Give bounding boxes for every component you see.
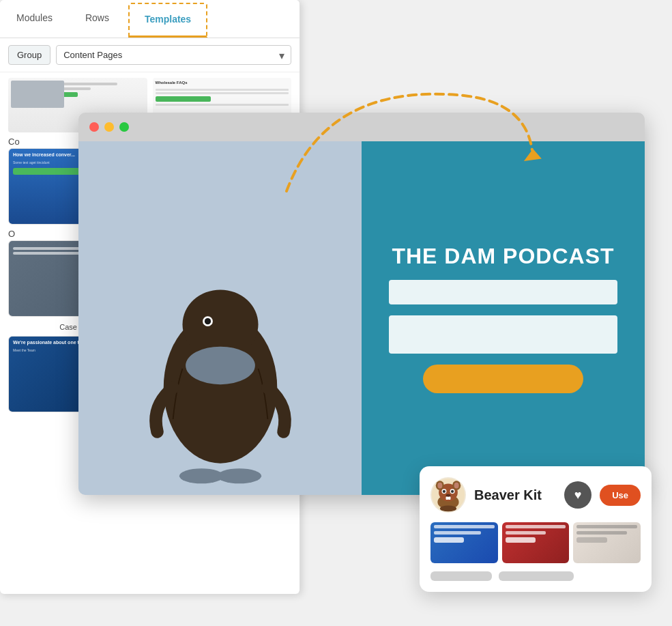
svg-point-17 xyxy=(443,490,445,493)
svg-rect-20 xyxy=(446,497,448,500)
svg-point-22 xyxy=(440,506,456,512)
svg-point-13 xyxy=(437,483,442,489)
podcast-submit-button[interactable] xyxy=(423,365,583,393)
content-pages-select-wrap: Content Pages Landing Pages Agency Portf… xyxy=(56,45,291,65)
group-button[interactable]: Group xyxy=(8,45,50,65)
beaver-avatar xyxy=(430,477,466,513)
beaver-kit-footer xyxy=(430,571,641,581)
tab-rows[interactable]: Rows xyxy=(69,0,126,38)
tab-templates[interactable]: Templates xyxy=(128,3,207,38)
use-button[interactable]: Use xyxy=(600,485,641,506)
browser-window: THE DAM PODCAST xyxy=(78,113,645,495)
group-row: Group Content Pages Landing Pages Agency… xyxy=(0,38,300,72)
template-group-select[interactable]: Content Pages Landing Pages Agency Portf… xyxy=(56,45,291,65)
beaver-kit-card: Beaver Kit ♥ Use xyxy=(420,466,652,592)
traffic-light-green[interactable] xyxy=(119,122,129,132)
beaver-kit-thumbnails xyxy=(430,522,641,563)
podcast-name-input[interactable] xyxy=(389,280,617,304)
heart-button[interactable]: ♥ xyxy=(564,481,591,509)
beaver-kit-header: Beaver Kit ♥ Use xyxy=(430,477,641,513)
tab-bar: Modules Rows Templates xyxy=(0,0,300,38)
podcast-email-input[interactable] xyxy=(389,315,617,354)
svg-point-3 xyxy=(186,347,255,385)
bk-footer-bar-2 xyxy=(499,571,574,581)
svg-point-7 xyxy=(217,468,261,483)
browser-chrome xyxy=(78,113,645,141)
bk-thumbnail-1[interactable] xyxy=(430,522,498,563)
podcast-title: THE DAM PODCAST xyxy=(392,243,614,269)
heart-icon: ♥ xyxy=(574,488,582,502)
podcast-image-panel xyxy=(78,141,362,495)
svg-point-14 xyxy=(454,483,459,489)
bk-thumbnail-2[interactable] xyxy=(502,522,570,563)
bk-thumbnail-3[interactable] xyxy=(573,522,641,563)
beaver-kit-name: Beaver Kit xyxy=(474,487,556,503)
traffic-light-red[interactable] xyxy=(89,122,99,132)
traffic-light-yellow[interactable] xyxy=(104,122,114,132)
svg-point-19 xyxy=(446,494,451,497)
svg-point-5 xyxy=(204,318,210,324)
podcast-form-panel: THE DAM PODCAST xyxy=(362,141,645,495)
browser-content: THE DAM PODCAST xyxy=(78,141,645,495)
svg-rect-21 xyxy=(448,497,450,500)
svg-point-6 xyxy=(179,468,223,483)
bk-footer-bar-1 xyxy=(430,571,492,581)
svg-point-18 xyxy=(451,490,454,493)
tab-modules[interactable]: Modules xyxy=(0,0,69,38)
